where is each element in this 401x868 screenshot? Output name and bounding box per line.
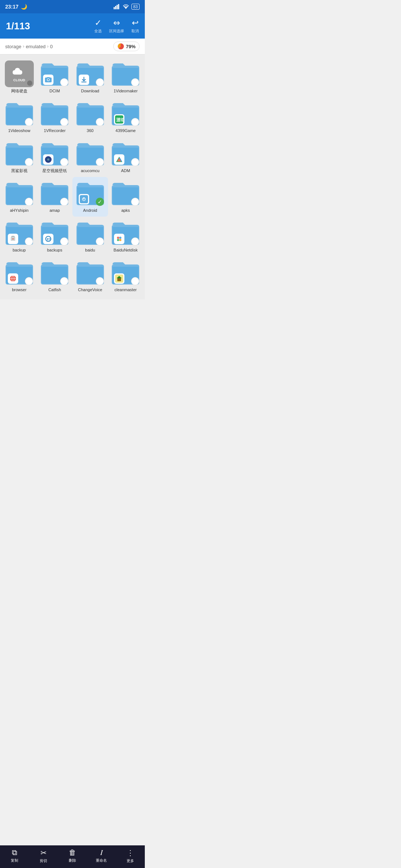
status-bar: 23:17 🌙 83 [0, 0, 145, 13]
range-select-button[interactable]: ⇔ 区间选择 [109, 18, 124, 34]
wifi-icon [123, 4, 129, 9]
file-item[interactable]: CLOUD 网络硬盘 [1, 57, 37, 97]
file-item[interactable]: baidu [72, 217, 108, 256]
file-item[interactable]: backup [1, 217, 37, 256]
svg-point-30 [117, 239, 119, 241]
unselected-badge [96, 118, 104, 126]
selected-badge: ✓ [96, 198, 104, 206]
file-name: BaiduNetdisk [114, 247, 138, 253]
file-name: cleanmaster [114, 287, 137, 292]
file-item[interactable]: 星空视频壁纸 [37, 137, 73, 177]
app-icon [8, 273, 18, 284]
file-item[interactable]: DCIM [37, 57, 73, 97]
file-item[interactable]: 1Videoshow [1, 97, 37, 137]
app-icon [79, 75, 89, 85]
breadcrumb-emulated[interactable]: emulated [26, 44, 45, 49]
file-name: aHYshipin [10, 208, 29, 213]
svg-rect-0 [114, 7, 115, 9]
file-item[interactable]: ES backups [37, 217, 73, 256]
file-name: 1Videoshow [8, 128, 30, 133]
unselected-badge [96, 78, 104, 86]
sep1: › [23, 44, 24, 49]
toolbar-actions: ✓ 全选 ⇔ 区间选择 ↩ 取消 [94, 18, 139, 34]
svg-point-9 [48, 79, 49, 80]
file-item[interactable]: Download [72, 57, 108, 97]
sep2: › [47, 44, 49, 49]
file-item[interactable]: Catfish [37, 256, 73, 296]
file-item[interactable]: apks [108, 177, 144, 217]
file-item[interactable]: 1Videomaker [108, 57, 144, 97]
file-item[interactable]: ✓ Android [72, 177, 108, 217]
file-name: ChangeVoice [78, 287, 102, 292]
file-item[interactable]: BaiduNetdisk [108, 217, 144, 256]
signal-icon [114, 4, 120, 9]
file-item[interactable]: acucomcu [72, 137, 108, 177]
file-name: browser [12, 287, 26, 292]
folder-container [76, 100, 105, 127]
range-select-label: 区间选择 [109, 29, 124, 34]
folder-container [111, 259, 140, 286]
folder-container [5, 220, 34, 246]
time-label: 23:17 [5, 4, 19, 10]
file-name: Download [81, 88, 99, 93]
moon-icon: 🌙 [21, 4, 27, 10]
file-item[interactable]: ChangeVoice [72, 256, 108, 296]
file-name: 网络硬盘 [11, 88, 27, 93]
folder-container [40, 100, 69, 127]
breadcrumb: storage › emulated › 0 79% [0, 39, 145, 55]
file-name: ADM [121, 168, 130, 173]
folder-container [111, 220, 140, 246]
file-item[interactable]: 360 [72, 97, 108, 137]
folder-container [76, 259, 105, 286]
svg-text:游戏: 游戏 [116, 117, 123, 122]
file-name: DCIM [49, 88, 60, 93]
file-item[interactable]: ADM [108, 137, 144, 177]
file-name: acucomcu [81, 168, 100, 173]
svg-point-18 [47, 158, 49, 161]
file-name: 4399Game [115, 128, 136, 133]
folder-container [111, 140, 140, 167]
breadcrumb-folder[interactable]: 0 [50, 44, 53, 49]
folder-container [76, 220, 105, 246]
app-icon: 游戏 [114, 114, 124, 125]
unselected-badge [96, 158, 104, 166]
file-name: backup [13, 247, 26, 253]
folder-container [5, 180, 34, 207]
unselected-badge [60, 158, 68, 166]
unselected-badge [25, 237, 33, 246]
svg-point-28 [117, 237, 119, 239]
folder-container [40, 180, 69, 207]
file-name: 360 [87, 128, 94, 133]
file-item[interactable]: cleanmaster [108, 256, 144, 296]
file-item[interactable]: 1VRecorder [37, 97, 73, 137]
file-item[interactable]: amap [37, 177, 73, 217]
svg-point-29 [119, 237, 121, 239]
app-icon [114, 154, 124, 165]
selection-count: 1/113 [6, 20, 94, 32]
file-name: amap [49, 208, 60, 213]
app-icon [79, 194, 89, 204]
app-icon [43, 154, 53, 165]
svg-text:ES: ES [47, 237, 51, 241]
file-name: baidu [85, 247, 95, 253]
cancel-icon: ↩ [132, 18, 138, 28]
svg-rect-1 [115, 6, 116, 9]
select-all-button[interactable]: ✓ 全选 [94, 18, 102, 34]
folder-container [40, 140, 69, 167]
cloud-label: CLOUD [13, 78, 25, 82]
folder-container [40, 60, 69, 87]
breadcrumb-storage[interactable]: storage [5, 44, 21, 49]
cancel-button[interactable]: ↩ 取消 [131, 18, 139, 34]
file-item[interactable]: aHYshipin [1, 177, 37, 217]
app-icon [114, 273, 124, 284]
unselected-badge [25, 198, 33, 206]
file-item[interactable]: 游戏 4399Game [108, 97, 144, 137]
file-name: Android [83, 208, 97, 213]
folder-container [5, 100, 34, 127]
cloud-folder: CLOUD [5, 60, 34, 87]
check-icon: ✓ [95, 18, 101, 28]
file-name: 星空视频壁纸 [42, 168, 67, 173]
file-item[interactable]: 黑鲨影视 [1, 137, 37, 177]
file-item[interactable]: browser [1, 256, 37, 296]
app-icon [114, 234, 124, 244]
